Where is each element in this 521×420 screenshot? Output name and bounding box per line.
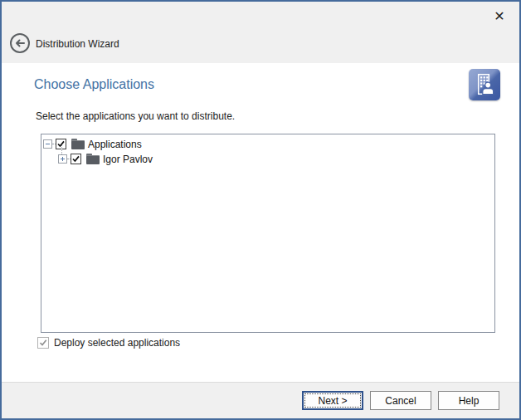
applications-tree[interactable]: Applications Igor Pavlov [41,134,495,333]
deploy-checkbox-row: Deploy selected applications [37,337,180,349]
collapse-minus-icon[interactable] [43,139,52,149]
deploy-checkbox-label[interactable]: Deploy selected applications [54,337,180,349]
checkmark-icon [39,339,47,347]
igor-pavlov-checkbox[interactable] [71,154,81,164]
help-button[interactable]: Help [438,391,499,410]
back-button[interactable] [9,32,31,54]
tree-item-applications[interactable]: Applications [41,136,142,152]
deploy-checkbox[interactable] [37,337,49,349]
cancel-button[interactable]: Cancel [370,391,431,410]
tree-item-label[interactable]: Applications [88,139,142,150]
distribution-wizard-window: ✕ Distribution Wizard Choose Application… [0,0,521,420]
wizard-header: ✕ Distribution Wizard [2,2,519,63]
folder-icon [86,154,100,164]
close-button[interactable]: ✕ [488,5,511,27]
tree-item-label[interactable]: Igor Pavlov [103,154,153,165]
folder-icon [71,139,85,149]
close-icon: ✕ [494,8,504,24]
page-title: Choose Applications [34,77,154,92]
wizard-footer: Next > Cancel Help [2,382,519,418]
checkmark-icon [72,155,80,163]
instruction-text: Select the applications you want to dist… [36,110,235,122]
next-button[interactable]: Next > [302,391,363,410]
applications-building-icon [469,69,500,100]
wizard-page: Choose Applications Select the applicati… [2,63,519,382]
wizard-title: Distribution Wizard [36,38,119,50]
back-arrow-icon [9,42,31,56]
expand-plus-icon[interactable] [58,154,67,164]
tree-item-igor-pavlov[interactable]: Igor Pavlov [41,151,153,167]
